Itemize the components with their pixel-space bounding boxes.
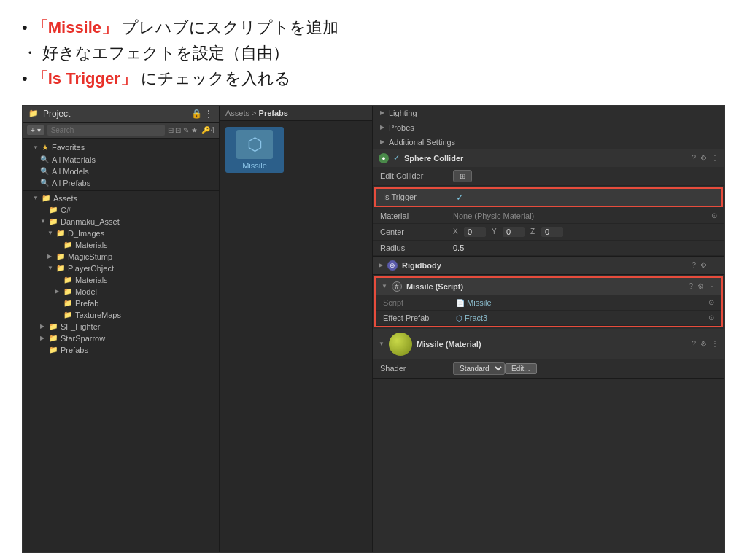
all-prefabs-label: All Prefabs — [52, 179, 90, 187]
all-materials-label: All Materials — [52, 155, 96, 164]
all-prefabs-item[interactable]: 🔍 All Prefabs — [23, 177, 219, 189]
favorites-item[interactable]: ▼ ★ Favorites — [23, 141, 219, 154]
d-images-item[interactable]: ▼ 📁 D_Images — [23, 228, 219, 239]
radius-value[interactable]: 0.5 — [453, 244, 717, 252]
effect-prefab-value[interactable]: ⬡ Fract3 — [456, 314, 708, 322]
bullet-3-red: 「Is Trigger」 — [32, 66, 136, 91]
sphere-collider-enabled-check[interactable]: ✓ — [393, 153, 400, 163]
model-arrow: ▶ — [55, 288, 61, 295]
rigidbody-header[interactable]: ▶ ⊕ Rigidbody ? ⚙ ⋮ — [373, 257, 724, 274]
divider-1 — [23, 190, 219, 191]
material-section-header[interactable]: ▼ Missile (Material) ? ⚙ ⋮ — [373, 329, 724, 359]
lighting-label: Lighting — [389, 109, 417, 117]
missile-prefab[interactable]: ⬡ Missile — [225, 127, 284, 173]
missile-help-icon[interactable]: ? — [689, 282, 693, 290]
effect-prefab-label: Effect Prefab — [383, 314, 456, 322]
model-folder-icon: 📁 — [63, 287, 72, 295]
texture-maps-label: TextureMaps — [75, 311, 121, 319]
add-button[interactable]: + ▾ — [27, 125, 44, 135]
material-name: Missile (Material) — [417, 340, 688, 349]
search-icon-3: 🔍 — [40, 179, 49, 187]
y-label: Y — [492, 228, 500, 236]
missile-menu-icon[interactable]: ⋮ — [708, 282, 716, 290]
missile-prefab-icon: ⬡ — [236, 130, 273, 159]
effect-prefab-picker[interactable]: ⊙ — [708, 314, 714, 322]
lighting-section[interactable]: ▶ Lighting — [373, 106, 724, 120]
material-help-icon[interactable]: ? — [692, 340, 696, 348]
sphere-collider-icon: ● — [379, 153, 389, 163]
collapsed-sections: ▶ Lighting ▶ Probes ▶ Additional Setting… — [373, 106, 724, 149]
magic-stump-folder-icon: 📁 — [56, 252, 65, 260]
danmaku-arrow: ▼ — [40, 218, 46, 225]
material-settings-icon[interactable]: ⚙ — [700, 340, 707, 348]
sphere-collider-section: ● ✓ Sphere Collider ? ⚙ ⋮ Edit Collider … — [373, 149, 724, 257]
assets-panel: Assets > Prefabs ⬡ Missile — [220, 106, 373, 552]
danmaku-folder-icon: 📁 — [49, 217, 58, 225]
model-item[interactable]: ▶ 📁 Model — [23, 286, 219, 298]
bullet-1: • 「Missile」 プレハブにスクリプトを追加 — [22, 15, 725, 40]
edit-collider-button[interactable]: ⊞ — [453, 170, 472, 182]
rigidbody-menu-icon[interactable]: ⋮ — [711, 261, 719, 269]
panel-header-left: 📁 Project — [28, 109, 70, 119]
favorites-label: Favorites — [52, 143, 85, 152]
panel-header: 📁 Project 🔒 ⋮ — [23, 106, 219, 122]
edit-collider-icon: ⊞ — [460, 172, 465, 180]
help-icon[interactable]: ? — [692, 154, 696, 162]
sf-fighter-folder-icon: 📁 — [49, 322, 58, 330]
probes-section[interactable]: ▶ Probes — [373, 120, 724, 135]
additional-settings-section[interactable]: ▶ Additional Settings — [373, 135, 724, 149]
is-trigger-checkbox[interactable]: ✓ — [456, 192, 464, 203]
radius-row: Radius 0.5 — [373, 241, 724, 256]
shader-select[interactable]: Standard — [453, 362, 505, 375]
probes-arrow: ▶ — [380, 124, 384, 131]
settings-icon[interactable]: ⚙ — [700, 154, 707, 162]
magic-stump-item[interactable]: ▶ 📁 MagicStump — [23, 251, 219, 262]
prefabs-root-item[interactable]: 📁 Prefabs — [23, 344, 219, 356]
search-input[interactable] — [47, 125, 165, 136]
d-images-folder-icon: 📁 — [56, 229, 65, 237]
material-edit-button[interactable]: Edit... — [505, 363, 537, 374]
script-value[interactable]: 📄 Missile — [456, 298, 708, 307]
rigidbody-icons: ? ⚙ ⋮ — [692, 261, 719, 269]
materials-2-item[interactable]: 📁 Materials — [23, 274, 219, 286]
all-models-label: All Models — [52, 167, 89, 176]
star-sparrow-item[interactable]: ▶ 📁 StarSparrow — [23, 332, 219, 344]
edit-collider-label: Edit Collider — [380, 171, 453, 180]
danmaku-label: Danmaku_Asset — [61, 217, 120, 226]
center-y: Y 0 — [492, 227, 525, 237]
material-section: ▼ Missile (Material) ? ⚙ ⋮ Shader Standa… — [373, 329, 724, 379]
script-picker[interactable]: ⊙ — [708, 298, 714, 306]
prefab-item[interactable]: 📁 Prefab — [23, 298, 219, 309]
y-value[interactable]: 0 — [503, 227, 525, 237]
danmaku-item[interactable]: ▼ 📁 Danmaku_Asset — [23, 216, 219, 228]
texture-maps-item[interactable]: 📁 TextureMaps — [23, 309, 219, 321]
z-value[interactable]: 0 — [541, 227, 563, 237]
menu-icon[interactable]: ⋮ — [711, 154, 719, 162]
all-materials-item[interactable]: 🔍 All Materials — [23, 154, 219, 166]
rigidbody-section: ▶ ⊕ Rigidbody ? ⚙ ⋮ — [373, 257, 724, 275]
missile-settings-icon[interactable]: ⚙ — [697, 282, 704, 290]
sf-fighter-item[interactable]: ▶ 📁 SF_Fighter — [23, 321, 219, 332]
panel-title: Project — [43, 109, 70, 119]
edit-collider-row: Edit Collider ⊞ — [373, 167, 724, 186]
material-ball — [389, 332, 412, 356]
material-menu-icon[interactable]: ⋮ — [711, 340, 719, 348]
assets-root-item[interactable]: ▼ 📁 Assets — [23, 192, 219, 204]
sphere-collider-header[interactable]: ● ✓ Sphere Collider ? ⚙ ⋮ — [373, 149, 724, 167]
rigidbody-settings-icon[interactable]: ⚙ — [700, 261, 707, 269]
bullet-2-text: 好きなエフェクトを設定（自由） — [42, 40, 289, 66]
collider-material-picker[interactable]: ⊙ — [711, 211, 717, 219]
x-value[interactable]: 0 — [464, 227, 486, 237]
missile-script-arrow: ▼ — [382, 283, 387, 289]
missile-script-header[interactable]: ▼ # Missile (Script) ? ⚙ ⋮ — [376, 278, 721, 295]
rigidbody-help-icon[interactable]: ? — [692, 261, 696, 269]
player-object-item[interactable]: ▼ 📁 PlayerObject — [23, 262, 219, 274]
csharp-item[interactable]: 📁 C# — [23, 204, 219, 216]
materials-2-label: Materials — [75, 276, 108, 284]
search-icon-1: 🔍 — [40, 155, 49, 163]
all-models-item[interactable]: 🔍 All Models — [23, 166, 219, 177]
bullet-3: • 「Is Trigger」 にチェックを入れる — [22, 66, 725, 91]
center-row: Center X 0 Y 0 Z 0 — [373, 224, 724, 241]
materials-1-item[interactable]: 📁 Materials — [23, 239, 219, 251]
prefabs-folder-icon: 📁 — [49, 346, 58, 354]
